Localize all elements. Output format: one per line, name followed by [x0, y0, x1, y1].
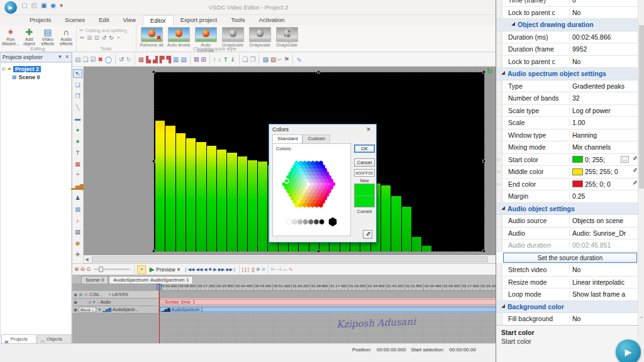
- move-front-icon[interactable]: ⇑: [223, 57, 228, 63]
- property-value[interactable]: No: [570, 9, 638, 16]
- selection-handle[interactable]: [152, 160, 155, 163]
- track-expand-icon[interactable]: ▼: [97, 308, 101, 312]
- curve-editor-icon[interactable]: ∿: [296, 57, 301, 63]
- property-value[interactable]: 00:02:45.866: [570, 33, 638, 41]
- text-tool-icon[interactable]: T: [73, 148, 82, 157]
- clip-audiospectrum-1[interactable]: ▂▅▇AudioSpectrum 1: [160, 307, 496, 312]
- selection-handle[interactable]: [152, 250, 155, 253]
- track-speaker-icon[interactable]: ◁: [87, 300, 91, 304]
- tl-zoom-fit-icon[interactable]: ⊙: [86, 266, 91, 272]
- move-down-icon[interactable]: ↓: [218, 57, 221, 63]
- scroll-down-icon[interactable]: ⌄: [638, 314, 644, 319]
- compact-column-icon[interactable]: ⊞: [84, 292, 88, 297]
- undo-icon[interactable]: ↺: [119, 57, 124, 63]
- go-end-icon[interactable]: ▶▶❘: [226, 267, 236, 272]
- set-start-marker-icon[interactable]: [: [242, 267, 243, 272]
- paste-icon[interactable]: ▤: [75, 57, 80, 63]
- ellipse-tool-icon[interactable]: ●: [73, 126, 82, 134]
- color-hex-cell[interactable]: [303, 219, 308, 225]
- video-effects-button[interactable]: ▤Videoeffects: [38, 27, 57, 46]
- audio-effects-button[interactable]: ∩Audioeffects: [57, 27, 76, 46]
- timeline-zoom-slider[interactable]: [94, 268, 130, 270]
- properties-scrollbar-thumb[interactable]: [639, 25, 644, 189]
- align-right-icon[interactable]: ▟: [153, 57, 158, 63]
- close-panel-icon[interactable]: ✕: [65, 55, 69, 60]
- scrollbar-thumb[interactable]: [92, 256, 488, 262]
- styles-scroll-down-icon[interactable]: ▼: [286, 34, 292, 39]
- property-value[interactable]: Mix channels: [570, 143, 638, 151]
- preview-h-scrollbar[interactable]: ◀: [84, 255, 497, 263]
- freeshape-tool-icon[interactable]: ★: [73, 137, 82, 146]
- step-fwd-icon[interactable]: ▶: [213, 267, 216, 272]
- slider-knob[interactable]: [99, 266, 103, 272]
- menu-tab-tools[interactable]: Tools: [224, 15, 252, 26]
- chart-tool-icon[interactable]: ▂▅▇: [73, 182, 82, 191]
- selection-handle[interactable]: [152, 70, 155, 74]
- deselect-icon[interactable]: ◯: [105, 57, 112, 63]
- close-dialog-icon[interactable]: ✕: [364, 126, 373, 133]
- more-colors-button[interactable]: ...: [621, 156, 629, 163]
- rotate-handle-icon[interactable]: ↻: [487, 67, 492, 75]
- marker-icon[interactable]: ⚑: [284, 57, 289, 63]
- track-visibility-icon[interactable]: ◉: [74, 307, 77, 312]
- menu-tab-export-project[interactable]: Export project: [174, 15, 225, 26]
- styles-scroll-up-icon[interactable]: ▲: [286, 28, 292, 33]
- cut-split-icon[interactable]: ✂: [80, 35, 85, 41]
- rectangle-tool-icon[interactable]: ▬: [73, 114, 82, 123]
- color-hexagon-picker[interactable]: [273, 151, 350, 232]
- tooltip-tool-icon[interactable]: ❝: [73, 171, 82, 180]
- select-tool-icon[interactable]: ↖: [73, 69, 82, 78]
- center-v-icon[interactable]: ▤: [180, 57, 186, 63]
- visibility-column-icon[interactable]: ◉: [74, 292, 77, 297]
- clear-markers-icon[interactable]: []: [252, 267, 254, 272]
- menu-tab-scenes[interactable]: Scenes: [58, 15, 92, 26]
- add-object-button[interactable]: ✚Addobject: [20, 27, 39, 46]
- property-value[interactable]: Objects on scene: [570, 217, 638, 224]
- tl-zoom-in-icon[interactable]: ⊕: [74, 266, 79, 272]
- section-object-drawing-duration[interactable]: Object drawing duration: [496, 19, 638, 31]
- eyedropper-icon[interactable]: ✎: [631, 168, 638, 175]
- selection-handle[interactable]: [317, 250, 320, 253]
- pin-panel-icon[interactable]: ▼: [57, 55, 62, 60]
- subtitles-tool-icon[interactable]: ▦: [73, 160, 82, 168]
- blend-mode-select[interactable]: Blend ⌄: [79, 307, 96, 312]
- align-grid-icon[interactable]: ▦: [138, 57, 144, 63]
- property-value[interactable]: Hanning: [570, 131, 638, 139]
- corner-icon[interactable]: ⌐: [278, 57, 282, 63]
- redo-icon[interactable]: ↻: [126, 57, 131, 63]
- menu-tab-projects[interactable]: Projects: [23, 15, 58, 26]
- eyedropper-icon[interactable]: ✎: [631, 180, 638, 188]
- insert-object-icon[interactable]: ⊢: [271, 267, 275, 272]
- track-header-1[interactable]: ◉Blend ⌄▼▂▅▇AudioSpectr...: [72, 306, 159, 314]
- color-hex-cell[interactable]: [329, 217, 336, 226]
- properties-scrollbar[interactable]: ⌄: [638, 0, 644, 362]
- property-value[interactable]: 00:02:45.851: [570, 241, 638, 249]
- color-hex-cell[interactable]: [287, 219, 292, 225]
- property-value[interactable]: 1.00: [570, 119, 638, 126]
- center-h-icon[interactable]: ▥: [173, 57, 179, 63]
- set-end-marker-icon[interactable]: ]❘: [245, 267, 250, 272]
- crop-icon[interactable]: ⊡: [94, 35, 99, 41]
- go-start-icon[interactable]: ❘◀◀: [184, 267, 195, 272]
- copy-icon[interactable]: ❏: [82, 57, 88, 63]
- scroll-left-icon[interactable]: ◀: [84, 256, 91, 263]
- property-value[interactable]: Log of power: [570, 107, 638, 114]
- apply-left-icon[interactable]: ≋: [256, 267, 260, 272]
- delete-icon[interactable]: ✖: [97, 57, 103, 63]
- track-visibility-icon[interactable]: ◉: [74, 300, 77, 304]
- align-top-icon[interactable]: ▛: [160, 57, 165, 63]
- run-wizard-button[interactable]: ✶RunWizard...: [1, 27, 20, 46]
- fit-height-icon[interactable]: ⊞: [201, 57, 206, 63]
- image-tool-icon[interactable]: ▨: [73, 205, 82, 214]
- video-tool-icon[interactable]: ▤: [73, 228, 82, 236]
- step-back-icon[interactable]: ◀: [204, 267, 207, 272]
- property-value[interactable]: 9952: [570, 45, 638, 53]
- eyedropper-button[interactable]: ✎: [363, 230, 372, 239]
- menu-tab-view[interactable]: View: [116, 15, 142, 26]
- property-value[interactable]: 0; 255;...✎: [570, 156, 638, 163]
- section-audio-object-settings[interactable]: Audio object settings: [496, 203, 638, 216]
- group-icon[interactable]: ❏: [243, 57, 248, 63]
- set-source-duration-button[interactable]: Set the source duration: [503, 253, 637, 263]
- property-value[interactable]: 32: [570, 94, 638, 102]
- styles-more-icon[interactable]: ⌄: [286, 40, 292, 45]
